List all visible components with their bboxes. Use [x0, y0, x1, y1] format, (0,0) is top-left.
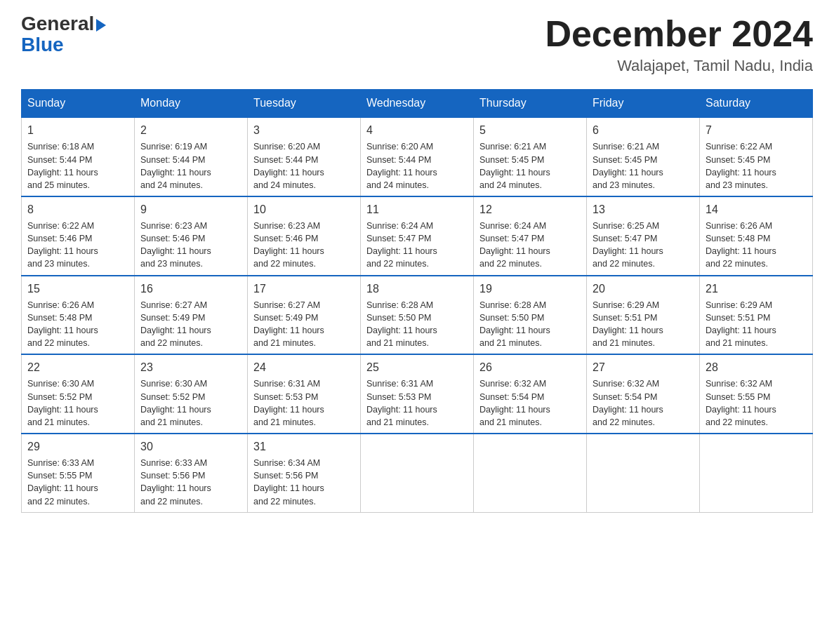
- calendar-cell: 4Sunrise: 6:20 AMSunset: 5:44 PMDaylight…: [361, 117, 474, 196]
- day-info: Sunrise: 6:32 AMSunset: 5:54 PMDaylight:…: [593, 379, 663, 427]
- col-header-wednesday: Wednesday: [361, 90, 474, 118]
- day-info: Sunrise: 6:22 AMSunset: 5:45 PMDaylight:…: [706, 142, 776, 189]
- col-header-friday: Friday: [587, 90, 700, 118]
- col-header-tuesday: Tuesday: [248, 90, 361, 118]
- calendar-cell: 8Sunrise: 6:22 AMSunset: 5:46 PMDaylight…: [22, 196, 135, 276]
- calendar-cell: 17Sunrise: 6:27 AMSunset: 5:49 PMDayligh…: [248, 276, 361, 355]
- calendar-cell: 29Sunrise: 6:33 AMSunset: 5:55 PMDayligh…: [22, 434, 135, 512]
- calendar-cell: 3Sunrise: 6:20 AMSunset: 5:44 PMDaylight…: [248, 117, 361, 196]
- calendar-cell: 18Sunrise: 6:28 AMSunset: 5:50 PMDayligh…: [361, 276, 474, 355]
- calendar-cell: 2Sunrise: 6:19 AMSunset: 5:44 PMDaylight…: [135, 117, 248, 196]
- day-number: 4: [366, 122, 468, 138]
- day-number: 24: [253, 359, 355, 375]
- day-number: 26: [479, 359, 581, 375]
- col-header-saturday: Saturday: [700, 90, 813, 118]
- calendar-cell: 13Sunrise: 6:25 AMSunset: 5:47 PMDayligh…: [587, 196, 700, 276]
- day-number: 15: [27, 281, 128, 297]
- logo-line1: General: [21, 14, 106, 34]
- calendar-cell: 30Sunrise: 6:33 AMSunset: 5:56 PMDayligh…: [135, 434, 248, 512]
- calendar-cell: 10Sunrise: 6:23 AMSunset: 5:46 PMDayligh…: [248, 196, 361, 276]
- calendar-cell: 28Sunrise: 6:32 AMSunset: 5:55 PMDayligh…: [700, 354, 813, 434]
- calendar-cell: 1Sunrise: 6:18 AMSunset: 5:44 PMDaylight…: [22, 117, 135, 196]
- calendar-table: SundayMondayTuesdayWednesdayThursdayFrid…: [21, 89, 813, 512]
- day-info: Sunrise: 6:34 AMSunset: 5:56 PMDaylight:…: [253, 458, 324, 506]
- day-number: 21: [706, 281, 807, 297]
- day-info: Sunrise: 6:28 AMSunset: 5:50 PMDaylight:…: [366, 300, 437, 348]
- day-info: Sunrise: 6:27 AMSunset: 5:49 PMDaylight:…: [253, 300, 324, 348]
- day-number: 31: [253, 438, 355, 455]
- col-header-thursday: Thursday: [474, 90, 587, 118]
- col-header-monday: Monday: [135, 90, 248, 118]
- calendar-cell: [474, 434, 587, 512]
- day-info: Sunrise: 6:19 AMSunset: 5:44 PMDaylight:…: [140, 142, 211, 189]
- day-number: 3: [253, 122, 355, 138]
- day-number: 29: [27, 438, 128, 455]
- day-number: 23: [140, 359, 241, 375]
- location: Walajapet, Tamil Nadu, India: [545, 57, 813, 75]
- calendar-cell: [700, 434, 813, 512]
- page-header: General Blue December 2024 Walajapet, Ta…: [21, 14, 813, 75]
- day-info: Sunrise: 6:26 AMSunset: 5:48 PMDaylight:…: [706, 221, 776, 269]
- calendar-cell: 19Sunrise: 6:28 AMSunset: 5:50 PMDayligh…: [474, 276, 587, 355]
- day-info: Sunrise: 6:25 AMSunset: 5:47 PMDaylight:…: [593, 221, 663, 269]
- day-number: 5: [479, 122, 581, 138]
- calendar-cell: 25Sunrise: 6:31 AMSunset: 5:53 PMDayligh…: [361, 354, 474, 434]
- day-number: 11: [366, 201, 468, 217]
- logo-line2: Blue: [21, 35, 64, 55]
- calendar-cell: 12Sunrise: 6:24 AMSunset: 5:47 PMDayligh…: [474, 196, 587, 276]
- day-number: 18: [366, 281, 468, 297]
- day-number: 14: [706, 201, 807, 217]
- calendar-cell: [587, 434, 700, 512]
- day-info: Sunrise: 6:20 AMSunset: 5:44 PMDaylight:…: [366, 142, 437, 189]
- day-info: Sunrise: 6:28 AMSunset: 5:50 PMDaylight:…: [479, 300, 550, 348]
- logo: General Blue: [21, 14, 106, 55]
- calendar-cell: [361, 434, 474, 512]
- month-title: December 2024: [545, 14, 813, 54]
- calendar-cell: 11Sunrise: 6:24 AMSunset: 5:47 PMDayligh…: [361, 196, 474, 276]
- day-info: Sunrise: 6:24 AMSunset: 5:47 PMDaylight:…: [479, 221, 550, 269]
- day-info: Sunrise: 6:33 AMSunset: 5:55 PMDaylight:…: [27, 458, 98, 506]
- calendar-cell: 22Sunrise: 6:30 AMSunset: 5:52 PMDayligh…: [22, 354, 135, 434]
- col-header-sunday: Sunday: [22, 90, 135, 118]
- day-info: Sunrise: 6:20 AMSunset: 5:44 PMDaylight:…: [253, 142, 324, 189]
- day-info: Sunrise: 6:23 AMSunset: 5:46 PMDaylight:…: [253, 221, 324, 269]
- day-info: Sunrise: 6:31 AMSunset: 5:53 PMDaylight:…: [253, 379, 324, 427]
- calendar-cell: 20Sunrise: 6:29 AMSunset: 5:51 PMDayligh…: [587, 276, 700, 355]
- day-info: Sunrise: 6:29 AMSunset: 5:51 PMDaylight:…: [706, 300, 776, 348]
- day-info: Sunrise: 6:24 AMSunset: 5:47 PMDaylight:…: [366, 221, 437, 269]
- day-number: 19: [479, 281, 581, 297]
- day-info: Sunrise: 6:32 AMSunset: 5:55 PMDaylight:…: [706, 379, 776, 427]
- day-info: Sunrise: 6:31 AMSunset: 5:53 PMDaylight:…: [366, 379, 437, 427]
- day-info: Sunrise: 6:18 AMSunset: 5:44 PMDaylight:…: [27, 142, 98, 189]
- calendar-cell: 5Sunrise: 6:21 AMSunset: 5:45 PMDaylight…: [474, 117, 587, 196]
- day-number: 8: [27, 201, 128, 217]
- calendar-cell: 6Sunrise: 6:21 AMSunset: 5:45 PMDaylight…: [587, 117, 700, 196]
- title-section: December 2024 Walajapet, Tamil Nadu, Ind…: [545, 14, 813, 75]
- day-number: 27: [593, 359, 694, 375]
- day-number: 12: [479, 201, 581, 217]
- day-number: 25: [366, 359, 468, 375]
- calendar-cell: 15Sunrise: 6:26 AMSunset: 5:48 PMDayligh…: [22, 276, 135, 355]
- day-info: Sunrise: 6:32 AMSunset: 5:54 PMDaylight:…: [479, 379, 550, 427]
- day-info: Sunrise: 6:21 AMSunset: 5:45 PMDaylight:…: [593, 142, 663, 189]
- day-number: 7: [706, 122, 807, 138]
- day-number: 2: [140, 122, 241, 138]
- calendar-cell: 26Sunrise: 6:32 AMSunset: 5:54 PMDayligh…: [474, 354, 587, 434]
- day-info: Sunrise: 6:29 AMSunset: 5:51 PMDaylight:…: [593, 300, 663, 348]
- day-number: 20: [593, 281, 694, 297]
- day-number: 1: [27, 122, 128, 138]
- day-number: 28: [706, 359, 807, 375]
- day-info: Sunrise: 6:26 AMSunset: 5:48 PMDaylight:…: [27, 300, 98, 348]
- day-number: 30: [140, 438, 241, 455]
- day-info: Sunrise: 6:21 AMSunset: 5:45 PMDaylight:…: [479, 142, 550, 189]
- day-info: Sunrise: 6:23 AMSunset: 5:46 PMDaylight:…: [140, 221, 211, 269]
- day-number: 17: [253, 281, 355, 297]
- day-number: 16: [140, 281, 241, 297]
- calendar-cell: 21Sunrise: 6:29 AMSunset: 5:51 PMDayligh…: [700, 276, 813, 355]
- day-number: 10: [253, 201, 355, 217]
- calendar-cell: 27Sunrise: 6:32 AMSunset: 5:54 PMDayligh…: [587, 354, 700, 434]
- calendar-cell: 24Sunrise: 6:31 AMSunset: 5:53 PMDayligh…: [248, 354, 361, 434]
- calendar-cell: 7Sunrise: 6:22 AMSunset: 5:45 PMDaylight…: [700, 117, 813, 196]
- day-info: Sunrise: 6:27 AMSunset: 5:49 PMDaylight:…: [140, 300, 211, 348]
- day-number: 13: [593, 201, 694, 217]
